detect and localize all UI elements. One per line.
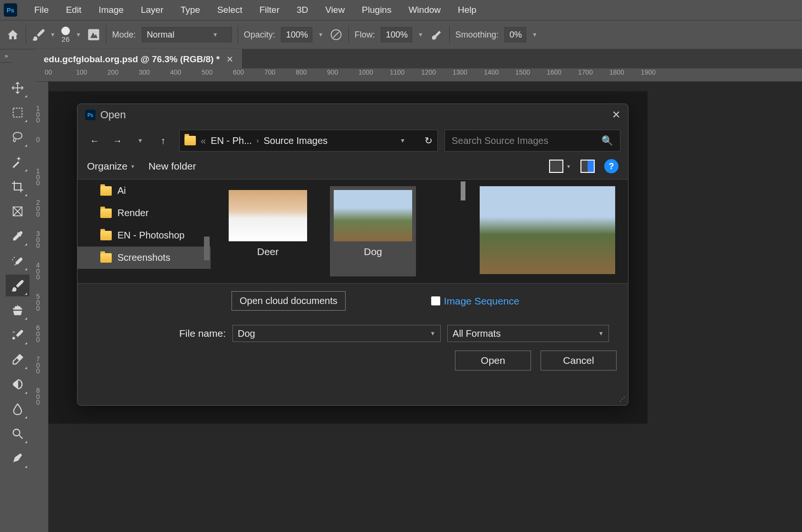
file-label: Dog xyxy=(364,246,382,257)
address-bar[interactable]: « EN - Ph... › Source Images ▼ ↻ xyxy=(179,130,438,152)
menu-3d[interactable]: 3D xyxy=(289,3,316,17)
refresh-icon[interactable]: ↻ xyxy=(425,135,433,146)
tree-item[interactable]: EN - Photoshop xyxy=(77,224,211,247)
scrollbar-thumb[interactable] xyxy=(204,237,210,260)
scrollbar-thumb[interactable] xyxy=(461,181,465,200)
menu-type[interactable]: Type xyxy=(173,3,208,17)
opacity-label: Opacity: xyxy=(244,30,275,40)
ruler-mark: 600 xyxy=(233,68,244,76)
document-tab[interactable]: edu.gcfglobal.org.psd @ 76.3% (RGB/8) * … xyxy=(35,49,242,68)
up-button[interactable]: ↑ xyxy=(154,131,173,150)
search-input[interactable]: Search Source Images 🔍 xyxy=(444,130,620,152)
crop-tool[interactable] xyxy=(6,176,29,198)
ruler-mark: 300 xyxy=(139,68,150,76)
organize-button[interactable]: Organize ▼ xyxy=(87,161,135,172)
folder-icon xyxy=(184,136,196,145)
blend-mode-select[interactable]: Normal▼ xyxy=(142,27,232,42)
chevron-down-icon[interactable]: ▼ xyxy=(532,31,538,38)
brush-size-preview[interactable]: 26 xyxy=(61,27,70,43)
breadcrumb-parent[interactable]: EN - Ph... xyxy=(211,135,252,146)
menu-select[interactable]: Select xyxy=(210,3,250,17)
menu-help[interactable]: Help xyxy=(450,3,484,17)
folder-icon xyxy=(100,231,112,240)
dialog-footer: Open cloud documents Image Sequence File… xyxy=(77,284,628,378)
open-cloud-button[interactable]: Open cloud documents xyxy=(232,291,346,311)
brush-preset[interactable]: ▼ xyxy=(32,28,56,41)
menu-filter[interactable]: Filter xyxy=(252,3,287,17)
dialog-toolbar: Organize ▼ New folder ▼ ? xyxy=(77,155,628,179)
search-placeholder: Search Source Images xyxy=(452,135,548,146)
eraser-tool[interactable] xyxy=(6,349,29,370)
new-folder-button[interactable]: New folder xyxy=(148,161,196,172)
help-button[interactable]: ? xyxy=(604,159,618,173)
file-item[interactable]: Deer xyxy=(225,186,311,276)
lasso-tool[interactable] xyxy=(6,126,29,148)
airbrush-icon[interactable] xyxy=(429,28,444,41)
back-button[interactable]: ← xyxy=(85,131,104,150)
breadcrumb-ellipsis: « xyxy=(201,135,206,146)
tree-item[interactable]: Ai xyxy=(77,180,211,202)
blur-tool[interactable] xyxy=(6,398,29,420)
dodge-tool[interactable] xyxy=(6,423,29,445)
ruler-mark: 400 xyxy=(36,262,40,280)
clone-stamp-tool[interactable] xyxy=(6,299,29,321)
menu-file[interactable]: File xyxy=(27,3,57,17)
recent-dropdown[interactable]: ▼ xyxy=(131,131,150,150)
chevron-down-icon[interactable]: ▼ xyxy=(400,137,406,144)
flow-input[interactable]: 100% xyxy=(381,27,412,42)
open-button[interactable]: Open xyxy=(455,351,531,370)
view-mode-button[interactable]: ▼ xyxy=(549,160,571,173)
home-icon[interactable] xyxy=(6,28,20,41)
forward-button[interactable]: → xyxy=(108,131,127,150)
frame-tool[interactable] xyxy=(6,200,29,222)
filename-label: File name: xyxy=(179,328,226,339)
brush-panel-icon[interactable] xyxy=(87,28,100,41)
file-item[interactable]: Dog xyxy=(330,186,416,276)
collapse-tools-icon[interactable]: » xyxy=(0,49,12,63)
menu-window[interactable]: Window xyxy=(401,3,448,17)
ruler-mark: 0 xyxy=(36,137,40,143)
marquee-tool[interactable] xyxy=(6,102,29,124)
pressure-opacity-icon[interactable] xyxy=(329,28,343,41)
pen-tool[interactable] xyxy=(6,447,29,469)
format-select[interactable]: All Formats▼ xyxy=(447,325,609,342)
eyedropper-tool[interactable] xyxy=(6,225,29,247)
tree-item[interactable]: Screenshots xyxy=(77,247,211,269)
smoothing-input[interactable]: 0% xyxy=(504,27,526,42)
chevron-down-icon[interactable]: ▼ xyxy=(418,31,424,38)
breadcrumb-current[interactable]: Source Images xyxy=(264,135,328,146)
image-sequence-checkbox[interactable]: Image Sequence xyxy=(431,295,520,307)
ruler-mark: 1800 xyxy=(609,68,624,76)
divider xyxy=(106,26,106,44)
dialog-titlebar: Ps Open ✕ xyxy=(77,104,628,126)
tree-item[interactable]: Render xyxy=(77,202,211,224)
cancel-button[interactable]: Cancel xyxy=(541,351,617,370)
move-tool[interactable] xyxy=(6,77,29,99)
ruler-mark: 1300 xyxy=(453,68,467,76)
mode-value: Normal xyxy=(147,30,174,40)
menu-plugins[interactable]: Plugins xyxy=(354,3,399,17)
file-list: Deer Dog xyxy=(211,180,466,283)
chevron-down-icon[interactable]: ▼ xyxy=(76,31,81,38)
document-tabs: edu.gcfglobal.org.psd @ 76.3% (RGB/8) * … xyxy=(35,49,802,68)
menu-edit[interactable]: Edit xyxy=(58,3,89,17)
menu-image[interactable]: Image xyxy=(91,3,131,17)
tree-label: Screenshots xyxy=(117,252,170,263)
resize-grip-icon[interactable]: ⋰ xyxy=(619,396,625,402)
history-brush-tool[interactable] xyxy=(6,324,29,346)
gradient-tool[interactable] xyxy=(6,373,29,395)
chevron-down-icon[interactable]: ▼ xyxy=(318,31,324,38)
image-sequence-label: Image Sequence xyxy=(444,295,520,307)
close-icon[interactable]: ✕ xyxy=(612,109,620,121)
opacity-input[interactable]: 100% xyxy=(281,27,312,42)
preview-pane-button[interactable] xyxy=(580,160,595,173)
open-dialog: Ps Open ✕ ← → ▼ ↑ « EN - Ph... › Source … xyxy=(77,104,628,406)
healing-brush-tool[interactable] xyxy=(6,250,29,272)
filename-input[interactable]: Dog▼ xyxy=(232,325,441,342)
menu-layer[interactable]: Layer xyxy=(133,3,171,17)
tab-title: edu.gcfglobal.org.psd @ 76.3% (RGB/8) * xyxy=(44,54,220,65)
menu-view[interactable]: View xyxy=(318,3,352,17)
brush-tool[interactable] xyxy=(6,275,29,296)
magic-wand-tool[interactable] xyxy=(6,151,29,173)
close-icon[interactable]: ✕ xyxy=(226,54,233,65)
